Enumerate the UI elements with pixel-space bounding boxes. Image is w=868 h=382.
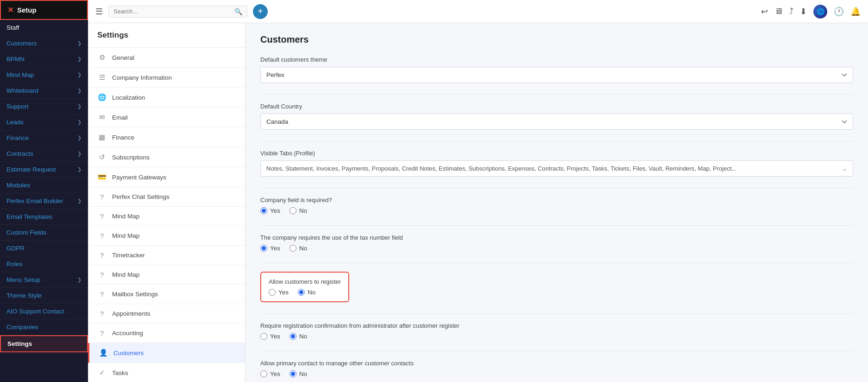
allow-manage-contacts-no-text: No [299, 370, 307, 377]
settings-item-tasks[interactable]: ✓ Tasks [88, 363, 245, 382]
sidebar-header[interactable]: ✕ Setup [0, 0, 88, 20]
sidebar-item-gdpr[interactable]: GDPR [0, 241, 88, 256]
add-button[interactable]: + [253, 4, 268, 19]
require-confirmation-no-radio[interactable] [289, 333, 296, 340]
default-country-select[interactable]: Canada [260, 114, 853, 130]
allow-manage-contacts-yes-radio[interactable] [260, 370, 267, 377]
settings-item-customers[interactable]: 👤 Customers [88, 343, 245, 363]
allow-register-yes-text: Yes [278, 289, 289, 296]
settings-item-general[interactable]: ⚙ General [88, 48, 245, 68]
sidebar-item-settings[interactable]: Settings [0, 335, 88, 352]
sidebar-item-theme-style[interactable]: Theme Style [0, 288, 88, 304]
content-area: Settings ⚙ General ☰ Company Information… [88, 23, 868, 382]
tax-number-yes-label[interactable]: Yes [260, 245, 280, 252]
require-confirmation-label: Require registration confirmation from a… [260, 322, 853, 329]
settings-item-appointments[interactable]: ? Appointments [88, 304, 245, 324]
allow-manage-contacts-no-radio[interactable] [289, 370, 296, 377]
sidebar-item-companies[interactable]: Companies [0, 319, 88, 335]
company-required-no-radio[interactable] [289, 207, 296, 214]
help-icon-2: ? [97, 212, 107, 220]
chevron-right-icon: ❯ [77, 166, 82, 172]
settings-item-finance[interactable]: ▦ Finance [88, 127, 245, 147]
tax-number-no-label[interactable]: No [289, 245, 307, 252]
settings-item-perfex-chat-settings[interactable]: ? Perfex Chat Settings [88, 187, 245, 207]
sidebar-item-menu-setup[interactable]: Menu Setup ❯ [0, 272, 88, 288]
chevron-right-icon: ❯ [77, 277, 82, 283]
sidebar-item-staff[interactable]: Staff [0, 20, 88, 36]
main-area: ☰ 🔍 + ↩ 🖥 ⤴ ⬇ 🌐 🕐 🔔 Settings ⚙ General [88, 0, 868, 382]
allow-manage-contacts-section: Allow primary contact to manage other cu… [260, 360, 853, 377]
allow-register-section: Allow customers to register Yes No [260, 272, 853, 302]
company-required-yes-label[interactable]: Yes [260, 207, 280, 214]
allow-register-no-label[interactable]: No [298, 289, 315, 296]
settings-item-company-information[interactable]: ☰ Company Information [88, 68, 245, 88]
allow-register-yes-radio[interactable] [269, 289, 276, 296]
sidebar-item-leads[interactable]: Leads ❯ [0, 115, 88, 130]
allow-manage-contacts-no-label[interactable]: No [289, 370, 307, 377]
settings-item-accounting[interactable]: ? Accounting [88, 324, 245, 343]
app-title: Setup [17, 6, 37, 14]
list-icon: ☰ [97, 73, 107, 82]
settings-item-timetracker[interactable]: ? Timetracker [88, 246, 245, 265]
sidebar-item-email-templates[interactable]: Email Templates [0, 209, 88, 225]
hamburger-icon[interactable]: ☰ [95, 6, 103, 17]
search-input[interactable] [113, 8, 231, 15]
bell-icon[interactable]: 🔔 [850, 6, 861, 17]
visible-tabs-display[interactable]: Notes, Statement, Invoices, Payments, Pr… [260, 160, 853, 177]
sidebar-label-menu-setup: Menu Setup [6, 276, 40, 283]
company-required-no-label[interactable]: No [289, 207, 307, 214]
allow-register-yes-label[interactable]: Yes [269, 289, 289, 296]
tax-number-yes-radio[interactable] [260, 245, 267, 252]
settings-item-localization[interactable]: 🌐 Localization [88, 88, 245, 108]
company-required-yes-radio[interactable] [260, 207, 267, 214]
search-icon: 🔍 [234, 8, 242, 15]
settings-item-mind-map-2[interactable]: ? Mind Map [88, 226, 245, 246]
require-confirmation-yes-radio[interactable] [260, 333, 267, 340]
require-confirmation-yes-label[interactable]: Yes [260, 333, 280, 340]
tax-number-no-radio[interactable] [289, 245, 296, 252]
sidebar-item-contracts[interactable]: Contracts ❯ [0, 146, 88, 162]
close-icon[interactable]: ✕ [7, 6, 13, 14]
share-icon[interactable]: ⤴ [789, 6, 793, 16]
settings-item-mind-map-1[interactable]: ? Mind Map [88, 207, 245, 226]
allow-register-no-text: No [308, 289, 315, 296]
sidebar-item-mind-map[interactable]: Mind Map ❯ [0, 67, 88, 83]
tax-number-label: The company requires the use of the tax … [260, 234, 853, 241]
default-theme-select[interactable]: Perfex [260, 67, 853, 83]
download-icon[interactable]: ⬇ [800, 6, 807, 17]
sidebar-item-roles[interactable]: Roles [0, 256, 88, 272]
tax-number-section: The company requires the use of the tax … [260, 234, 853, 252]
settings-item-mind-map-3[interactable]: ? Mind Map [88, 265, 245, 285]
settings-item-subscriptions[interactable]: ↺ Subscriptions [88, 147, 245, 167]
help-icon-8: ? [97, 329, 107, 337]
sidebar-item-finance[interactable]: Finance ❯ [0, 130, 88, 146]
settings-item-email[interactable]: ✉ Email [88, 108, 245, 127]
clock-icon[interactable]: 🕐 [834, 6, 844, 17]
settings-item-mailbox-settings[interactable]: ? Mailbox Settings [88, 285, 245, 304]
globe-icon[interactable]: 🌐 [813, 5, 827, 19]
history-icon[interactable]: ↩ [761, 6, 768, 17]
allow-register-no-radio[interactable] [298, 289, 305, 296]
sidebar-item-customers[interactable]: Customers ❯ [0, 36, 88, 51]
sidebar-item-perfex-email-builder[interactable]: Perfex Email Builder ❯ [0, 193, 88, 209]
settings-item-payment-gateways[interactable]: 💳 Payment Gateways [88, 167, 245, 187]
sidebar-label-settings: Settings [7, 340, 32, 347]
settings-panel-title: Settings [88, 23, 245, 48]
allow-manage-contacts-label: Allow primary contact to manage other cu… [260, 360, 853, 367]
allow-manage-contacts-yes-label[interactable]: Yes [260, 370, 280, 377]
sidebar-item-bpmn[interactable]: BPMN ❯ [0, 51, 88, 67]
sidebar-item-modules[interactable]: Modules [0, 178, 88, 193]
sidebar-item-whiteboard[interactable]: Whiteboard ❯ [0, 83, 88, 99]
help-icon-6: ? [97, 290, 107, 298]
sidebar-label-mind-map: Mind Map [6, 71, 34, 78]
sidebar-item-support[interactable]: Support ❯ [0, 99, 88, 115]
desktop-icon[interactable]: 🖥 [774, 6, 783, 16]
sidebar-item-aio-support-contact[interactable]: AIO Support Contact [0, 304, 88, 319]
sidebar-label-estimate-request: Estimate Request [6, 166, 56, 173]
require-confirmation-section: Require registration confirmation from a… [260, 322, 853, 340]
sidebar-item-custom-fields[interactable]: Custom Fields [0, 225, 88, 241]
require-confirmation-no-label[interactable]: No [289, 333, 307, 340]
sidebar-item-estimate-request[interactable]: Estimate Request ❯ [0, 162, 88, 178]
customers-title: Customers [260, 34, 853, 45]
sidebar-label-finance: Finance [6, 134, 29, 141]
